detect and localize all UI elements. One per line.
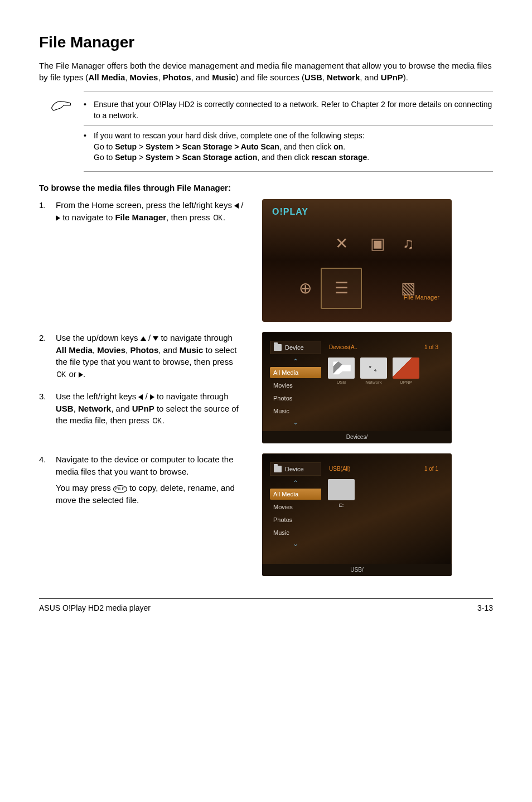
- page-title: File Manager: [39, 33, 493, 51]
- step-body-1: From the Home screen, press the left/rig…: [56, 199, 245, 228]
- tab-music: Music: [270, 527, 321, 538]
- home-icon: ♫: [403, 235, 414, 253]
- step-number-2: 2.: [39, 332, 56, 385]
- section-heading: To browse the media files through File M…: [39, 183, 493, 192]
- upnp-tile: [393, 357, 419, 379]
- step-body-4: Navigate to the device or computer to lo…: [56, 453, 245, 511]
- down-arrow-icon: [153, 336, 158, 341]
- tab-all-media: All Media: [270, 489, 321, 500]
- drive-label: E:: [328, 503, 355, 508]
- tab-photos: Photos: [270, 514, 321, 525]
- network-tile: [360, 357, 387, 379]
- file-key-icon: FILE: [113, 485, 127, 493]
- ok-key-icon: OK: [152, 415, 161, 426]
- chevron-down-icon: ⌄: [270, 540, 321, 548]
- home-icon: ⊕: [299, 279, 312, 297]
- device-header: Device: [270, 462, 321, 476]
- home-file-manager-tile: ☰: [321, 268, 362, 309]
- breadcrumb: USB(All): [329, 466, 350, 472]
- drive-tile: [328, 479, 355, 500]
- folder-icon: [274, 344, 282, 351]
- page-footer: ASUS O!Play HD2 media player 3-13: [39, 598, 493, 612]
- chevron-up-icon: ⌃: [270, 479, 321, 487]
- home-icon: ▣: [370, 234, 385, 253]
- screenshot-usb-list: Device ⌃ All Media Movies Photos Music ⌄…: [262, 453, 452, 576]
- step-body-3: Use the left/right keys / to navigate th…: [56, 390, 245, 431]
- note-item-1: • Ensure that your O!Play HD2 is correct…: [84, 99, 493, 121]
- step-body-2: Use the up/down keys / to navigate throu…: [56, 332, 245, 385]
- device-header: Device: [270, 341, 321, 354]
- item-count: 1 of 1: [424, 466, 438, 472]
- note-text-2: If you want to rescan your hard disk dri…: [94, 131, 369, 163]
- screenshot-device-list: Device ⌃ All Media Movies Photos Music ⌄…: [262, 332, 452, 443]
- folder-icon: [274, 466, 282, 472]
- note-text-1: Ensure that your O!Play HD2 is correctly…: [94, 99, 493, 121]
- home-icon: ✕: [335, 234, 348, 253]
- hand-point-icon: [50, 96, 72, 113]
- step-number-4: 4.: [39, 453, 56, 511]
- tab-all-media: All Media: [270, 367, 321, 378]
- right-arrow-icon: [56, 215, 60, 221]
- note-box: • Ensure that your O!Play HD2 is correct…: [84, 91, 493, 172]
- ok-key-icon: OK: [56, 369, 65, 380]
- file-manager-label: File Manager: [404, 294, 439, 301]
- intro-bold: All Media: [88, 73, 125, 82]
- tab-photos: Photos: [270, 393, 321, 404]
- oplay-logo: O!PLAY: [272, 207, 308, 217]
- footer-left: ASUS O!Play HD2 media player: [39, 603, 151, 612]
- tab-movies: Movies: [270, 501, 321, 513]
- left-arrow-icon: [234, 203, 239, 209]
- tab-movies: Movies: [270, 380, 321, 391]
- tab-music: Music: [270, 405, 321, 417]
- breadcrumb: Devices(A..: [329, 344, 357, 350]
- note-item-2: • If you want to rescan your hard disk d…: [84, 125, 493, 163]
- intro-paragraph: The File Manager offers both the device …: [39, 60, 493, 83]
- ok-key-icon: OK: [213, 212, 222, 223]
- right-arrow-icon: [79, 372, 83, 378]
- right-arrow-icon: [150, 394, 154, 400]
- footer-page-number: 3-13: [477, 603, 493, 612]
- item-count: 1 of 3: [424, 344, 438, 350]
- bottom-path: USB/: [262, 564, 452, 576]
- step-number-1: 1.: [39, 199, 56, 228]
- usb-tile: [328, 357, 355, 379]
- step-number-3: 3.: [39, 390, 56, 431]
- chevron-down-icon: ⌄: [270, 418, 321, 426]
- up-arrow-icon: [141, 336, 146, 341]
- screenshot-home: O!PLAY ✕ ▣ ♫ ⊕ ☰ ▧ File Manager: [262, 199, 452, 322]
- bottom-path: Devices/: [262, 431, 452, 443]
- chevron-up-icon: ⌃: [270, 357, 321, 365]
